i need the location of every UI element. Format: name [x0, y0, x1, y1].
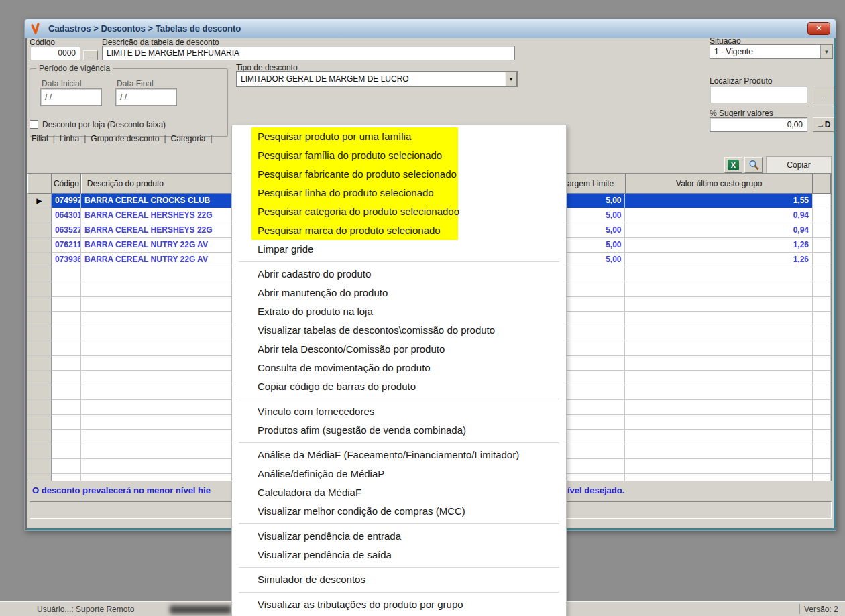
cell-valor-ultimo-custo: 1,55 [625, 194, 813, 208]
statusbar-versao: Versão: 2 [799, 604, 838, 614]
context-menu-item[interactable]: Pesquisar linha do produto selecionado [232, 184, 566, 202]
row-selector-cell[interactable] [27, 385, 52, 400]
tab-filial[interactable]: Filial [28, 133, 52, 145]
context-menu-item[interactable]: Vínculo com fornecedores [232, 402, 566, 421]
tipo-desconto-value: LIMITADOR GERAL DE MARGEM DE LUCRO [237, 74, 505, 84]
situacao-combobox[interactable]: 1 - Vigente ▼ [710, 44, 833, 59]
row-selector-cell[interactable] [27, 312, 52, 326]
cell-valor-ultimo-custo: 0,94 [625, 208, 813, 223]
codigo-browse-button[interactable]: ... [83, 50, 98, 60]
context-menu-item[interactable]: Visualizar pendência de entrada [232, 527, 566, 546]
row-selector-cell[interactable] [27, 282, 52, 297]
chevron-down-icon[interactable]: ▼ [820, 45, 832, 58]
window-titlebar[interactable]: Cadastros > Descontos > Tabelas de desco… [25, 19, 836, 38]
context-menu-item[interactable]: Pesquisar marca do produto selecionado [232, 221, 566, 240]
grid-header-selector[interactable] [27, 174, 52, 194]
tab-separator: | [84, 134, 86, 143]
periodo-legend: Período de vigência [36, 64, 113, 73]
cell-extra [813, 444, 831, 459]
row-selector-cell[interactable] [27, 415, 52, 430]
close-button[interactable]: × [807, 22, 830, 35]
row-selector-cell[interactable] [27, 341, 52, 356]
tab-grupo-de-desconto[interactable]: Grupo de desconto [87, 133, 162, 145]
row-selector-cell[interactable] [27, 297, 52, 312]
cell-valor-ultimo-custo [625, 297, 813, 312]
context-menu-item[interactable]: Copiar código de barras do produto [232, 377, 566, 396]
cell-extra [813, 400, 831, 415]
apply-sugerir-button[interactable]: →D [813, 117, 834, 132]
localizar-browse-button[interactable]: ... [813, 86, 834, 103]
data-inicial-input[interactable]: / / [40, 88, 102, 106]
export-excel-button[interactable]: X [724, 157, 742, 173]
footer-message-right: ível desejado. [567, 485, 624, 495]
row-selector-cell[interactable] [27, 444, 52, 459]
context-menu-item[interactable]: Abrir tela Desconto/Comissão por produto [232, 340, 566, 359]
row-selector-cell[interactable] [27, 356, 52, 371]
cell-codigo [52, 415, 81, 430]
row-selector-cell[interactable] [27, 267, 52, 282]
cell-extra [813, 194, 831, 208]
row-selector-cell[interactable] [27, 474, 52, 481]
context-menu-item[interactable]: Consulta de movimentação do produto [232, 359, 566, 377]
localizar-produto-input[interactable] [710, 86, 807, 103]
grid-header-valor[interactable]: Valor último custo grupo [626, 174, 813, 194]
row-selector-cell[interactable] [27, 459, 52, 474]
context-menu-item[interactable]: Calculadora da MédiaF [232, 483, 566, 502]
cell-codigo [52, 267, 81, 282]
context-menu-item[interactable]: Abrir manutenção do produto [232, 284, 566, 302]
row-selector-cell[interactable] [27, 253, 52, 267]
context-menu-item[interactable]: Abrir cadastro do produto [232, 265, 566, 284]
cell-codigo: 073936 [52, 253, 81, 267]
data-final-label: Data Final [117, 79, 154, 88]
grid-header-extra [813, 174, 831, 194]
row-selector-cell[interactable] [27, 371, 52, 385]
codigo-input[interactable]: 0000 [30, 46, 80, 60]
context-menu-item[interactable]: Pesquisar fabricante do produto selecion… [232, 165, 566, 184]
row-selector-cell[interactable] [27, 238, 52, 253]
search-grid-button[interactable] [744, 157, 763, 173]
cell-extra [813, 371, 831, 385]
context-menu-item[interactable]: Visualizar as tributações do produto por… [232, 595, 566, 614]
row-selector-cell[interactable] [27, 208, 52, 223]
descricao-input[interactable]: LIMITE DE MARGEM PERFUMARIA [102, 46, 515, 60]
tab-linha[interactable]: Linha [56, 133, 82, 145]
cell-extra [813, 282, 831, 297]
sugerir-valores-input[interactable]: 0,00 [710, 117, 807, 132]
data-final-input[interactable]: / / [115, 88, 177, 106]
context-menu-item[interactable]: Produtos afim (sugestão de venda combina… [232, 421, 566, 440]
context-menu-item[interactable]: Análise/definição de MédiaP [232, 465, 566, 483]
tipo-desconto-combobox[interactable]: LIMITADOR GERAL DE MARGEM DE LUCRO ▼ [236, 71, 518, 87]
cell-codigo [52, 297, 81, 312]
context-menu-item[interactable]: Visualizar melhor condição de compras (M… [232, 502, 566, 521]
copiar-button[interactable]: Copiar [766, 156, 832, 174]
cell-codigo: 063527 [52, 223, 81, 238]
row-selector-cell[interactable] [27, 326, 52, 341]
cell-valor-ultimo-custo [625, 341, 813, 356]
tab-separator: | [53, 134, 55, 143]
desconto-por-loja-checkbox[interactable] [30, 120, 38, 129]
cell-valor-ultimo-custo: 1,26 [625, 238, 813, 253]
context-menu-item[interactable]: Limpar gride [232, 240, 566, 259]
context-menu-item[interactable]: Pesquisar produto por uma família [232, 127, 566, 146]
cell-extra [813, 415, 831, 430]
context-menu-item[interactable]: Pesquisar categoria do produto seleciona… [232, 202, 566, 221]
context-menu-item[interactable]: Análise da MédiaF (Faceamento/Financiame… [232, 446, 566, 465]
grid-header-codigo[interactable]: Código [52, 174, 81, 194]
chevron-down-icon[interactable]: ▼ [505, 72, 517, 86]
context-menu-item[interactable]: Simulador de descontos [232, 570, 566, 589]
cell-extra [813, 312, 831, 326]
context-menu-item[interactable]: Visualizar tabelas de descontos\comissão… [232, 321, 566, 340]
row-selector-cell[interactable] [27, 430, 52, 444]
context-menu-item[interactable]: Extrato do produto na loja [232, 302, 566, 321]
tab-separator: | [211, 134, 213, 143]
row-selector-cell[interactable] [27, 223, 52, 238]
tab-categoria[interactable]: Categoria [168, 133, 209, 145]
cell-codigo [52, 371, 81, 385]
cell-valor-ultimo-custo [625, 312, 813, 326]
row-selector-cell[interactable] [27, 400, 52, 415]
cell-codigo: 064301 [52, 208, 81, 223]
cell-extra [813, 474, 831, 481]
context-menu-item[interactable]: Pesquisar família do produto selecionado [232, 146, 566, 165]
row-selector-cell[interactable]: ▶ [27, 194, 52, 208]
context-menu-item[interactable]: Visualizar pendência de saída [232, 546, 566, 564]
